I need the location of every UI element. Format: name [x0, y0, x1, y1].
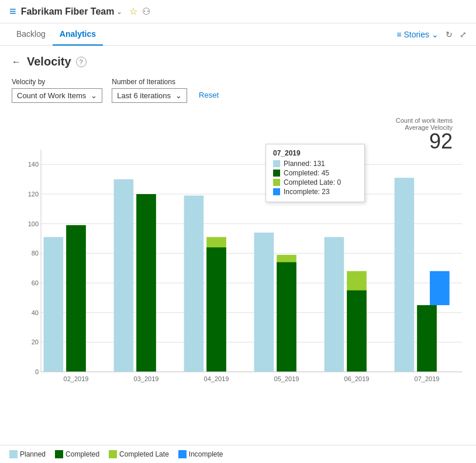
- stats-label1: Count of work items: [396, 117, 453, 124]
- back-button[interactable]: ←: [12, 57, 21, 67]
- main-content: ← Velocity ? Velocity by Count of Work I…: [0, 46, 476, 416]
- legend-item: Completed Late: [109, 450, 169, 458]
- refresh-icon[interactable]: ↻: [446, 30, 453, 39]
- app-header: ≡ Fabrikam Fiber Team ⌄ ☆ ⚇: [0, 0, 476, 23]
- tooltip-row: Incomplete: 23: [273, 188, 357, 196]
- svg-text:05_2019: 05_2019: [274, 375, 299, 382]
- svg-text:03_2019: 03_2019: [134, 375, 159, 382]
- favorite-icon[interactable]: ☆: [129, 6, 137, 17]
- tooltip-swatch: [273, 179, 280, 186]
- svg-text:120: 120: [28, 191, 39, 198]
- legend-swatch: [109, 450, 117, 458]
- svg-rect-34: [347, 291, 367, 372]
- legend-item: Planned: [9, 450, 46, 458]
- svg-text:0: 0: [35, 368, 39, 375]
- legend-label: Planned: [20, 450, 46, 458]
- svg-rect-38: [417, 305, 437, 372]
- legend-item: Incomplete: [178, 450, 223, 458]
- team-chevron-icon[interactable]: ⌄: [116, 8, 122, 16]
- velocity-by-chevron-icon: ⌄: [91, 91, 97, 100]
- team-name: Fabrikam Fiber Team: [21, 6, 115, 17]
- reset-button[interactable]: Reset: [196, 88, 221, 102]
- svg-text:04_2019: 04_2019: [204, 375, 229, 382]
- svg-rect-39: [430, 271, 450, 305]
- svg-text:02_2019: 02_2019: [64, 375, 89, 382]
- chart-legend: PlannedCompletedCompleted LateIncomplete: [0, 445, 476, 463]
- velocity-chart: 02040608010012014002_201903_201904_20190…: [18, 144, 474, 395]
- svg-text:60: 60: [32, 279, 39, 286]
- controls-bar: Velocity by Count of Work Items ⌄ Number…: [12, 78, 464, 103]
- svg-text:140: 140: [28, 161, 39, 168]
- page-header: ← Velocity ?: [12, 55, 464, 68]
- nav-tabs: Backlog Analytics ≡ Stories ⌄ ↻ ⤢: [0, 23, 476, 46]
- svg-rect-26: [206, 247, 226, 372]
- svg-rect-28: [254, 233, 274, 372]
- page-title: Velocity: [27, 55, 71, 68]
- expand-icon[interactable]: ⤢: [460, 30, 467, 39]
- tooltip-title: 07_2019: [273, 149, 357, 157]
- avg-velocity-value: 92: [396, 131, 453, 152]
- velocity-by-select[interactable]: Count of Work Items ⌄: [12, 88, 102, 103]
- iterations-group: Number of Iterations Last 6 iterations ⌄: [112, 78, 187, 103]
- tooltip-row: Completed: 45: [273, 169, 357, 177]
- legend-label: Completed: [65, 450, 99, 458]
- tooltip-row-label: Planned: 131: [284, 160, 325, 168]
- svg-rect-16: [44, 237, 64, 372]
- svg-text:20: 20: [32, 338, 39, 345]
- legend-item: Completed: [55, 450, 99, 458]
- stories-icon: ≡: [396, 30, 401, 39]
- iterations-label: Number of Iterations: [112, 78, 187, 86]
- chart-stats: Count of work items Average Velocity 92: [396, 117, 453, 152]
- team-members-icon[interactable]: ⚇: [142, 6, 150, 17]
- tab-backlog[interactable]: Backlog: [9, 23, 53, 46]
- tooltip-row: Planned: 131: [273, 160, 357, 168]
- legend-label: Incomplete: [189, 450, 223, 458]
- legend-swatch: [9, 450, 18, 458]
- help-icon[interactable]: ?: [76, 57, 87, 67]
- svg-rect-36: [395, 178, 415, 372]
- legend-swatch: [178, 450, 187, 458]
- velocity-by-group: Velocity by Count of Work Items ⌄: [12, 78, 102, 103]
- legend-swatch: [55, 450, 63, 458]
- nav-actions: ≡ Stories ⌄ ↻ ⤢: [396, 30, 467, 39]
- svg-text:100: 100: [28, 220, 39, 227]
- tooltip-row-label: Completed: 45: [284, 169, 329, 177]
- tab-analytics[interactable]: Analytics: [53, 23, 103, 46]
- legend-label: Completed Late: [119, 450, 169, 458]
- svg-rect-32: [325, 237, 344, 372]
- svg-text:06_2019: 06_2019: [344, 375, 370, 382]
- svg-rect-24: [184, 196, 204, 372]
- iterations-select[interactable]: Last 6 iterations ⌄: [112, 88, 187, 103]
- svg-rect-30: [277, 262, 296, 372]
- tooltip: 07_2019 Planned: 131Completed: 45Complet…: [265, 144, 365, 202]
- stories-button[interactable]: ≡ Stories ⌄: [396, 30, 439, 39]
- velocity-by-label: Velocity by: [12, 78, 102, 86]
- tooltip-row-label: Completed Late: 0: [284, 178, 341, 186]
- svg-rect-20: [114, 179, 134, 372]
- iterations-chevron-icon: ⌄: [175, 91, 182, 100]
- svg-text:80: 80: [32, 250, 39, 257]
- svg-rect-18: [66, 225, 86, 372]
- tooltip-swatch: [273, 170, 280, 177]
- tooltip-swatch: [273, 188, 280, 195]
- svg-text:07_2019: 07_2019: [415, 375, 440, 382]
- stories-chevron-icon: ⌄: [432, 30, 439, 39]
- svg-text:40: 40: [32, 309, 39, 316]
- tooltip-row: Completed Late: 0: [273, 178, 357, 186]
- tooltip-row-label: Incomplete: 23: [284, 188, 330, 196]
- svg-rect-22: [136, 194, 156, 372]
- chart-area: Count of work items Average Velocity 92 …: [12, 115, 464, 407]
- tooltip-swatch: [273, 160, 280, 167]
- team-icon: ≡: [9, 5, 16, 18]
